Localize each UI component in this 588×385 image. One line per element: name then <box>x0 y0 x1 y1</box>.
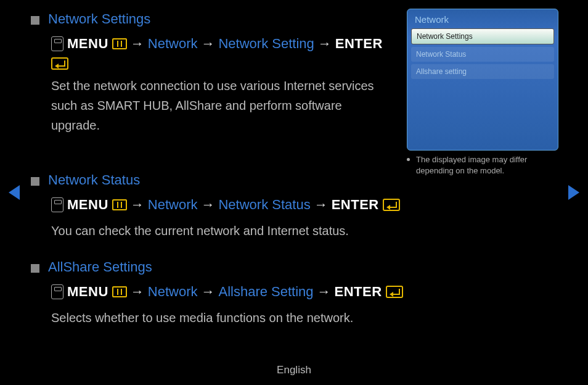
arrow-icon: → <box>318 33 332 54</box>
arrow-icon: → <box>317 281 331 302</box>
section-description: Selects whether to use media functions o… <box>51 308 544 328</box>
panel-title: Network <box>411 13 554 28</box>
next-page-arrow[interactable] <box>568 185 579 200</box>
bullet-icon <box>31 16 39 25</box>
menu-icon <box>112 199 127 210</box>
enter-label: ENTER <box>335 33 383 54</box>
section-description: You can check the current network and In… <box>51 221 544 241</box>
arrow-icon: → <box>131 281 144 302</box>
menu-label: MENU <box>67 33 108 54</box>
enter-icon <box>386 286 403 298</box>
bullet-icon <box>31 264 39 273</box>
path-step-network-status: Network Status <box>218 194 310 215</box>
section-description: Set the network connection to use variou… <box>51 76 384 135</box>
menu-label: MENU <box>67 281 108 302</box>
arrow-icon: → <box>314 194 328 215</box>
enter-label: ENTER <box>332 194 379 215</box>
path-step-network-setting: Network Setting <box>218 33 314 54</box>
remote-icon <box>51 36 63 51</box>
bullet-icon <box>31 177 39 186</box>
path-step-network: Network <box>148 33 198 54</box>
panel-note-text: The displayed image may differ depending… <box>416 154 558 176</box>
section-network-status: Network Status MENU → Network → Network … <box>31 172 557 241</box>
menu-path: MENU → Network → Allshare Setting → ENTE… <box>51 281 544 302</box>
menu-label: MENU <box>67 194 108 215</box>
path-step-allshare-setting: Allshare Setting <box>218 281 313 302</box>
panel-note: The displayed image may differ depending… <box>407 154 558 176</box>
arrow-icon: → <box>201 281 214 302</box>
remote-icon <box>51 284 63 299</box>
language-label: English <box>0 364 588 376</box>
section-allshare-settings: AllShare Settings MENU → Network → Allsh… <box>31 259 557 328</box>
arrow-icon: → <box>131 33 144 54</box>
network-panel: Network Network Settings Network Status … <box>407 9 558 151</box>
arrow-icon: → <box>131 194 144 215</box>
panel-item-allshare-setting[interactable]: Allshare setting <box>411 64 554 79</box>
arrow-icon: → <box>201 33 214 54</box>
remote-icon <box>51 197 63 212</box>
prev-page-arrow[interactable] <box>9 185 20 200</box>
enter-icon <box>383 199 400 211</box>
path-step-network: Network <box>148 281 198 302</box>
enter-icon <box>51 57 68 70</box>
path-step-network: Network <box>148 194 198 215</box>
enter-label: ENTER <box>335 281 382 302</box>
menu-path: MENU → Network → Network Status → ENTER <box>51 194 544 215</box>
bullet-dot-icon <box>407 158 410 161</box>
section-title: Network Settings <box>48 11 150 27</box>
arrow-icon: → <box>201 194 214 215</box>
menu-icon <box>112 38 127 49</box>
menu-icon <box>112 286 127 297</box>
panel-item-network-settings[interactable]: Network Settings <box>411 28 554 44</box>
panel-item-network-status[interactable]: Network Status <box>411 47 554 62</box>
section-title: Network Status <box>48 172 140 188</box>
section-title: AllShare Settings <box>48 259 152 275</box>
menu-path: MENU → Network → Network Setting → ENTER <box>51 33 396 70</box>
